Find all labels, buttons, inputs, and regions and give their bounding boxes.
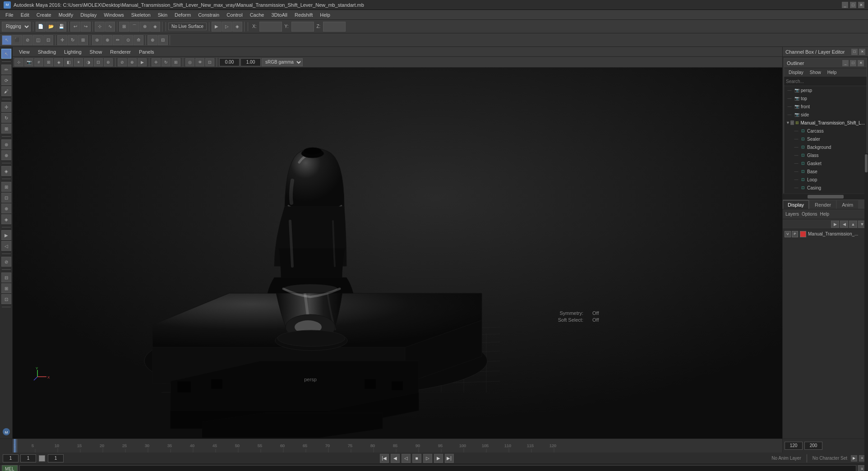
snap-pt-l-button[interactable]: ⊕ bbox=[1, 203, 11, 213]
select-button[interactable]: ⊹ bbox=[95, 22, 105, 32]
vp-flat-button[interactable]: ◧ bbox=[64, 58, 73, 66]
menu-deform[interactable]: Deform bbox=[171, 11, 194, 18]
menu-edit[interactable]: Edit bbox=[17, 11, 33, 18]
menu-display[interactable]: Display bbox=[77, 11, 100, 18]
save-file-button[interactable]: 💾 bbox=[56, 22, 66, 32]
menu-create[interactable]: Create bbox=[33, 11, 55, 18]
outliner-close-button[interactable]: ✕ bbox=[858, 60, 864, 66]
frame-max-input[interactable] bbox=[804, 442, 822, 450]
menu-constrain[interactable]: Constrain bbox=[194, 11, 223, 18]
anim-options-button[interactable]: ▶ bbox=[851, 455, 857, 462]
ol-item-front[interactable]: — 📷 front bbox=[784, 102, 867, 111]
snap-grid-button[interactable]: ⊞ bbox=[119, 22, 129, 32]
ol-item-group[interactable]: ▼ - ⊞ Manual_Transmission_Shift_L... bbox=[784, 119, 867, 127]
ol-item-sealer[interactable]: — ⊡ Sealer bbox=[784, 135, 867, 143]
vp-menu-lighting[interactable]: Lighting bbox=[60, 48, 85, 55]
menu-redshift[interactable]: Redshift bbox=[291, 11, 316, 18]
ol-item-base[interactable]: — ⊡ Base bbox=[784, 167, 867, 175]
paint-select-button[interactable]: ✏ bbox=[1, 65, 11, 74]
ol-item-loop[interactable]: — ⊡ Loop bbox=[784, 175, 867, 184]
undo-button[interactable]: ↩ bbox=[70, 22, 80, 32]
vp-manip-button[interactable]: ✛ bbox=[152, 58, 161, 66]
ik-button[interactable]: ⟰ bbox=[134, 35, 143, 45]
ipr-button[interactable]: ◈ bbox=[232, 22, 242, 32]
ol-item-glass[interactable]: — ⊡ Glass bbox=[784, 151, 867, 159]
scrollbar-thumb-h[interactable] bbox=[808, 195, 844, 199]
ipr-l-button[interactable]: ◁ bbox=[1, 241, 11, 251]
show-hide-button[interactable]: ⊘ bbox=[1, 257, 11, 267]
layer-entry-main[interactable]: V P Manual_Transmission_... bbox=[783, 229, 868, 239]
rotate-button[interactable]: ↻ bbox=[68, 35, 78, 45]
play-forward-button[interactable]: ▷ bbox=[423, 454, 432, 463]
vp-smooth-button[interactable]: ◈ bbox=[54, 58, 63, 66]
vp-texture-button[interactable]: ⊡ bbox=[94, 58, 103, 66]
snap-grid-l-button[interactable]: ⊞ bbox=[1, 182, 11, 192]
viewport-3d[interactable]: Symmetry: Off Soft Select: Off persp X Y bbox=[13, 68, 782, 439]
jump-end-button[interactable]: ▶| bbox=[445, 454, 454, 463]
outliner-scrollbar-h[interactable] bbox=[783, 194, 868, 199]
snap-point-button[interactable]: ⊕ bbox=[140, 22, 150, 32]
step-back-button[interactable]: ◀ bbox=[391, 454, 400, 463]
vp-hud-button[interactable]: ⊡ bbox=[205, 58, 214, 66]
menu-skeleton[interactable]: Skeleton bbox=[128, 11, 154, 18]
snap-curve-button[interactable]: ⌒ bbox=[129, 22, 139, 32]
layer-color-swatch[interactable] bbox=[800, 231, 806, 237]
plus-button[interactable]: ⊕ bbox=[148, 35, 157, 45]
current-frame-input[interactable] bbox=[20, 454, 36, 462]
render-current-button[interactable]: ▶ bbox=[212, 22, 222, 32]
scale-tool-button[interactable]: ⊞ bbox=[1, 124, 11, 134]
input-l-button[interactable]: ⊡ bbox=[1, 294, 11, 304]
vp-grid-button[interactable]: # bbox=[34, 58, 43, 66]
mode-dropdown[interactable]: Rigging bbox=[2, 22, 31, 32]
ol-item-background[interactable]: — ⊡ Background bbox=[784, 143, 867, 151]
step-forward-button[interactable]: ▶ bbox=[434, 454, 443, 463]
render-l-button[interactable]: ▶ bbox=[1, 230, 11, 240]
component-l-button[interactable]: ⊟ bbox=[1, 272, 11, 282]
vp-eye-button[interactable]: 👁 bbox=[195, 58, 204, 66]
mel-button[interactable]: MEL bbox=[2, 465, 18, 471]
vertex-mode-button[interactable]: ⬛ bbox=[12, 35, 22, 45]
stop-button[interactable]: ■ bbox=[412, 454, 421, 463]
uvs-mode-button[interactable]: ⊡ bbox=[43, 35, 53, 45]
ol-item-top[interactable]: — 📷 top bbox=[784, 94, 867, 102]
vp-menu-show[interactable]: Show bbox=[86, 48, 106, 55]
outliner-restore-button[interactable]: □ bbox=[850, 60, 856, 66]
vp-menu-renderer[interactable]: Renderer bbox=[106, 48, 134, 55]
ol-item-lightset[interactable]: ⊕ defaultLightSet bbox=[784, 192, 867, 194]
new-file-button[interactable]: 📄 bbox=[36, 22, 46, 32]
layer-up-button[interactable]: ▲ bbox=[849, 221, 857, 228]
menu-control[interactable]: Control bbox=[223, 11, 246, 18]
ol-item-gasket[interactable]: — ⊡ Gasket bbox=[784, 159, 867, 167]
edge-mode-button[interactable]: ⊘ bbox=[23, 35, 32, 45]
exposure-input[interactable] bbox=[219, 58, 240, 66]
x-input[interactable] bbox=[259, 22, 282, 32]
vp-render-button[interactable]: ▶ bbox=[138, 58, 147, 66]
menu-skin[interactable]: Skin bbox=[154, 11, 171, 18]
paint-button[interactable]: ✏ bbox=[113, 35, 123, 45]
frame-end-input[interactable] bbox=[785, 442, 803, 450]
timeline-ruler[interactable]: 1 5 10 15 20 25 30 bbox=[13, 439, 782, 453]
menu-modify[interactable]: Modify bbox=[55, 11, 77, 18]
move-button[interactable]: ✛ bbox=[57, 35, 67, 45]
right-scrollbar-thumb[interactable] bbox=[865, 154, 868, 172]
z-input[interactable] bbox=[323, 22, 346, 32]
play-back-button[interactable]: ◁ bbox=[402, 454, 411, 463]
open-file-button[interactable]: 📂 bbox=[46, 22, 56, 32]
ol-item-casing[interactable]: — ⊡ Casing bbox=[784, 184, 867, 192]
outliner-float-button[interactable]: _ bbox=[842, 60, 849, 66]
menu-windows[interactable]: Windows bbox=[100, 11, 128, 18]
show-manip-button[interactable]: ◈ bbox=[1, 166, 11, 176]
ol-menu-help[interactable]: Help bbox=[825, 69, 840, 75]
layer-presence-box[interactable]: P bbox=[792, 231, 798, 237]
outliner-search-input[interactable] bbox=[786, 79, 865, 84]
vp-shadow-button[interactable]: ◑ bbox=[84, 58, 93, 66]
layer-visibility-box[interactable]: V bbox=[785, 231, 791, 237]
snap-view-button[interactable]: ◈ bbox=[150, 22, 160, 32]
layer-remove-button[interactable]: ◀ bbox=[840, 221, 848, 228]
ol-menu-show[interactable]: Show bbox=[807, 69, 824, 75]
menu-3dtoall[interactable]: 3DtoAll bbox=[268, 11, 291, 18]
vp-menu-shading[interactable]: Shading bbox=[34, 48, 60, 55]
vp-rotate-button[interactable]: ↻ bbox=[162, 58, 171, 66]
tab-anim[interactable]: Anim bbox=[837, 200, 858, 209]
face-mode-button[interactable]: ◫ bbox=[33, 35, 43, 45]
